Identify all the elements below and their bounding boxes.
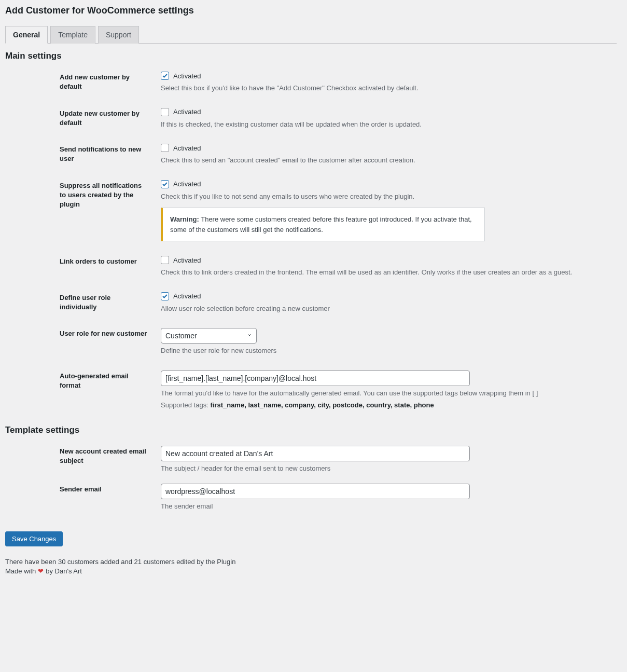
tabs: General Template Support xyxy=(5,25,617,44)
email-format-desc: The format you'd like to have for the au… xyxy=(161,388,617,399)
send-notifications-check-label: Activated xyxy=(173,144,201,152)
email-subject-label: New account created email subject xyxy=(5,446,161,465)
update-default-check-label: Activated xyxy=(173,108,201,116)
suppress-notifications-checkbox[interactable] xyxy=(161,180,169,188)
email-format-tags-label: Supported tags: xyxy=(161,401,210,409)
page-title: Add Customer for WooCommerce settings xyxy=(5,5,617,16)
heart-icon: ❤ xyxy=(38,567,44,575)
user-role-desc: Define the user role for new customers xyxy=(161,346,617,356)
define-role-check-label: Activated xyxy=(173,292,201,300)
tab-general[interactable]: General xyxy=(5,26,48,44)
user-role-label: User role for new customer xyxy=(5,328,161,338)
footer-made-post: by Dan's Art xyxy=(46,567,82,575)
email-subject-input[interactable] xyxy=(161,446,470,461)
suppress-notifications-check-label: Activated xyxy=(173,180,201,188)
check-icon xyxy=(162,181,168,187)
tab-template[interactable]: Template xyxy=(50,26,95,44)
send-notifications-label: Send notifications to new user xyxy=(5,144,161,163)
link-orders-desc: Check this to link orders created in the… xyxy=(161,267,617,278)
send-notifications-checkbox[interactable] xyxy=(161,144,169,152)
warning-text: There were some customers created before… xyxy=(170,215,472,234)
sender-email-input[interactable] xyxy=(161,484,470,499)
link-orders-label: Link orders to customer xyxy=(5,256,161,266)
user-role-select[interactable]: Customer xyxy=(161,328,257,344)
update-default-checkbox[interactable] xyxy=(161,108,169,116)
define-role-checkbox[interactable] xyxy=(161,292,169,300)
section-template-title: Template settings xyxy=(5,425,617,435)
send-notifications-desc: Check this to send an "account created" … xyxy=(161,155,617,166)
check-icon xyxy=(162,293,168,299)
warning-label: Warning: xyxy=(170,215,199,223)
email-format-label: Auto-generated email format xyxy=(5,371,161,390)
footer-made: Made with ❤ by Dan's Art xyxy=(5,567,617,575)
footer-made-pre: Made with xyxy=(5,567,36,575)
section-main-title: Main settings xyxy=(5,51,617,61)
footer-stats: There have been 30 customers added and 2… xyxy=(5,558,617,566)
update-default-desc: If this is checked, the existing custome… xyxy=(161,119,617,130)
update-default-label: Update new customer by default xyxy=(5,108,161,128)
save-button[interactable]: Save Changes xyxy=(5,531,63,546)
suppress-notifications-desc: Check this if you like to not send any e… xyxy=(161,191,617,202)
sender-email-desc: The sender email xyxy=(161,501,617,512)
check-icon xyxy=(162,73,168,79)
add-default-check-label: Activated xyxy=(173,72,201,80)
add-default-checkbox[interactable] xyxy=(161,72,169,80)
link-orders-check-label: Activated xyxy=(173,256,201,264)
link-orders-checkbox[interactable] xyxy=(161,256,169,264)
add-default-label: Add new customer by default xyxy=(5,72,161,91)
tab-support[interactable]: Support xyxy=(98,26,139,44)
email-format-input[interactable] xyxy=(161,371,470,386)
define-role-label: Define user role individually xyxy=(5,292,161,312)
email-format-tags: first_name, last_name, company, city, po… xyxy=(210,401,434,409)
email-subject-desc: The subject / header for the email sent … xyxy=(161,463,617,474)
define-role-desc: Allow user role selection before creatin… xyxy=(161,304,617,314)
suppress-notifications-label: Suppress all notifications to users crea… xyxy=(5,180,161,210)
sender-email-label: Sender email xyxy=(5,484,161,494)
add-default-desc: Select this box if you'd like to have th… xyxy=(161,83,617,93)
suppress-warning: Warning: There were some customers creat… xyxy=(161,208,485,241)
